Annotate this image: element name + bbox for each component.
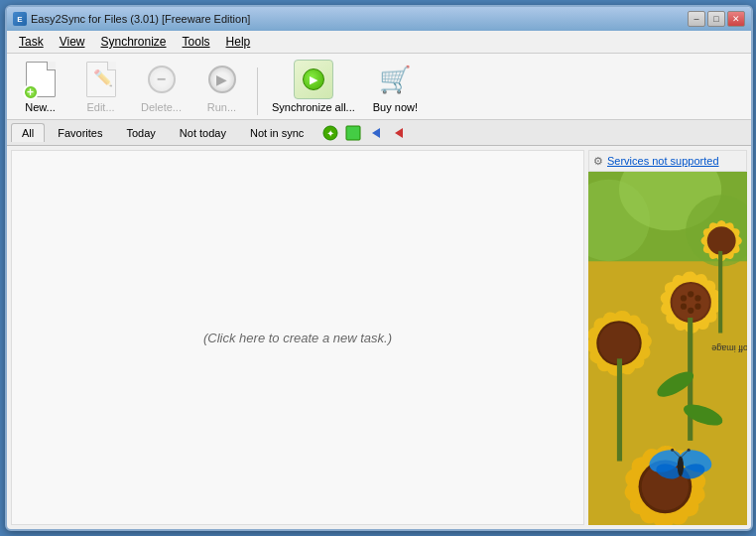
- tab-icon-red-left[interactable]: [389, 123, 409, 143]
- svg-marker-3: [372, 128, 380, 138]
- tab-favorites[interactable]: Favorites: [47, 123, 113, 142]
- menubar: Task View Synchronize Tools Help: [7, 31, 751, 54]
- svg-point-20: [688, 291, 693, 297]
- run-icon: ▶: [202, 60, 242, 99]
- svg-point-19: [673, 284, 709, 321]
- sync-all-icon: ▶: [294, 60, 333, 99]
- toolbar: + New... ✏️ Edit... − Delete... ▶: [7, 54, 751, 120]
- edit-button[interactable]: ✏️ Edit...: [73, 58, 128, 115]
- svg-text:✦: ✦: [326, 128, 334, 139]
- tab-not-today[interactable]: Not today: [169, 123, 237, 142]
- toolbar-separator: [257, 67, 258, 115]
- window-title: Easy2Sync for Files (3.01) [Freeware Edi…: [31, 13, 250, 25]
- menu-synchronize[interactable]: Synchronize: [92, 33, 174, 51]
- app-icon: E: [13, 12, 27, 26]
- menu-tools[interactable]: Tools: [175, 33, 218, 51]
- svg-point-42: [707, 226, 736, 255]
- delete-button[interactable]: − Delete...: [134, 58, 189, 115]
- titlebar: E Easy2Sync for Files (3.01) [Freeware E…: [7, 7, 751, 31]
- svg-point-65: [671, 449, 674, 452]
- buy-icon: 🛒: [375, 60, 415, 99]
- svg-point-24: [681, 304, 687, 310]
- delete-button-label: Delete...: [141, 101, 182, 113]
- titlebar-left: E Easy2Sync for Files (3.01) [Freeware E…: [13, 12, 250, 26]
- sync-all-button[interactable]: ▶ Synchronize all...: [266, 58, 361, 115]
- delete-icon: −: [142, 60, 182, 99]
- turn-off-label[interactable]: Turn off image: [711, 343, 747, 353]
- svg-point-21: [694, 295, 700, 301]
- close-button[interactable]: ✕: [727, 11, 745, 27]
- svg-point-23: [688, 308, 693, 314]
- side-panel: ⚙ Services not supported: [588, 150, 747, 525]
- menu-task[interactable]: Task: [11, 33, 52, 51]
- maximize-button[interactable]: □: [707, 11, 725, 27]
- tab-all[interactable]: All: [11, 123, 45, 142]
- svg-point-35: [598, 323, 639, 363]
- sync-all-button-label: Synchronize all...: [272, 101, 355, 113]
- run-button-label: Run...: [207, 101, 236, 113]
- new-plus-icon: +: [23, 84, 39, 100]
- services-bar: ⚙ Services not supported: [588, 150, 747, 172]
- buy-button-label: Buy now!: [373, 101, 418, 113]
- tab-icon-green-square[interactable]: [343, 123, 363, 143]
- window-controls: – □ ✕: [688, 11, 745, 27]
- svg-rect-2: [346, 126, 360, 140]
- buy-button[interactable]: 🛒 Buy now!: [367, 58, 424, 115]
- edit-icon: ✏️: [81, 60, 121, 99]
- tab-icon-buttons: ✦: [320, 123, 409, 143]
- main-window: E Easy2Sync for Files (3.01) [Freeware E…: [5, 5, 753, 531]
- empty-message: (Click here to create a new task.): [203, 331, 392, 345]
- sidebar-image: Turn off image: [588, 172, 747, 525]
- tabs-bar: All Favorites Today Not today Not in syn…: [7, 120, 751, 146]
- tab-icon-left-arrow[interactable]: [366, 123, 386, 143]
- svg-marker-4: [395, 128, 403, 138]
- svg-point-25: [681, 295, 687, 301]
- gear-icon: ⚙: [593, 155, 603, 168]
- new-icon: +: [21, 60, 61, 99]
- new-button[interactable]: + New...: [13, 58, 67, 115]
- svg-point-66: [688, 449, 691, 452]
- tab-not-in-sync[interactable]: Not in sync: [239, 123, 315, 142]
- svg-point-22: [694, 304, 700, 310]
- menu-help[interactable]: Help: [218, 33, 259, 51]
- main-panel[interactable]: (Click here to create a new task.): [11, 150, 584, 525]
- run-button[interactable]: ▶ Run...: [194, 58, 249, 115]
- tab-today[interactable]: Today: [115, 123, 166, 142]
- services-link[interactable]: Services not supported: [607, 155, 719, 167]
- minimize-button[interactable]: –: [688, 11, 705, 27]
- svg-point-62: [678, 456, 684, 476]
- edit-button-label: Edit...: [86, 101, 114, 113]
- tab-icon-green-circle[interactable]: ✦: [320, 123, 340, 143]
- new-button-label: New...: [25, 101, 56, 113]
- svg-rect-45: [718, 251, 722, 334]
- menu-view[interactable]: View: [52, 33, 93, 51]
- content-area: (Click here to create a new task.) ⚙ Ser…: [7, 146, 751, 529]
- svg-rect-44: [617, 358, 622, 461]
